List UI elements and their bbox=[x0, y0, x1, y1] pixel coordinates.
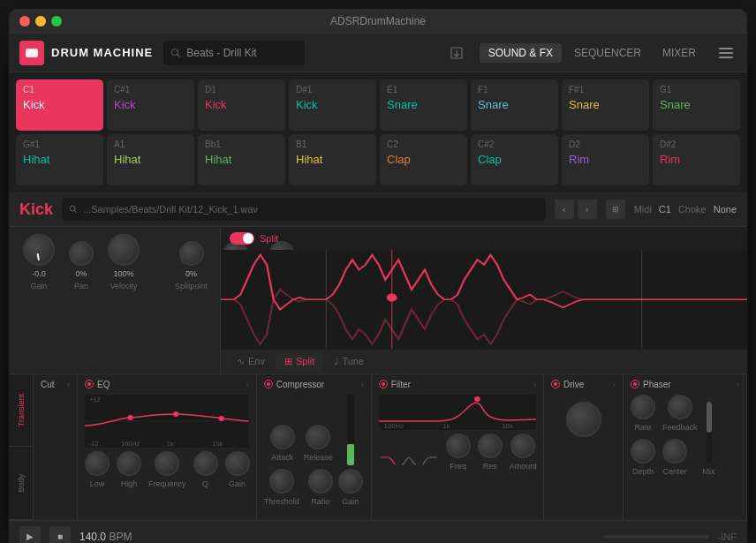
window-title: ADSRDrumMachine bbox=[330, 15, 426, 27]
pad-c2[interactable]: C2 Clap bbox=[380, 134, 467, 185]
eq-power-button[interactable] bbox=[85, 380, 94, 388]
volume-slider[interactable] bbox=[603, 535, 709, 539]
prev-file-button[interactable]: ‹ bbox=[555, 200, 574, 219]
tab-tune[interactable]: ♩ Tune bbox=[325, 353, 373, 370]
phaser-feedback-knob[interactable] bbox=[668, 395, 692, 419]
filter-res-knob[interactable] bbox=[478, 434, 503, 458]
tab-split[interactable]: ⊞ Split bbox=[276, 353, 323, 370]
compressor-chevron[interactable]: › bbox=[361, 381, 364, 388]
transient-tab[interactable]: Transient bbox=[9, 374, 33, 448]
phaser-chevron[interactable]: ‹ bbox=[737, 381, 739, 388]
next-file-button[interactable]: › bbox=[578, 200, 597, 219]
expand-button[interactable]: ⊞ bbox=[606, 200, 625, 219]
splitpoint-knob[interactable] bbox=[179, 241, 204, 266]
svg-text:1k: 1k bbox=[442, 422, 450, 430]
filter-freq-knob[interactable] bbox=[446, 434, 471, 458]
pad-name-e1: Snare bbox=[387, 98, 460, 111]
logo-text: DRUM MACHINE bbox=[51, 46, 153, 59]
search-bar[interactable]: Beats - Drill Kit bbox=[163, 41, 305, 65]
hamburger-menu[interactable] bbox=[715, 44, 737, 62]
pad-note-gs1: G#1 bbox=[23, 140, 96, 149]
filter-bandpass-icon[interactable] bbox=[400, 455, 418, 467]
phaser-rate-knob[interactable] bbox=[631, 395, 655, 419]
filter-display: 100Hz 1k 10k bbox=[379, 395, 536, 430]
velocity-main-knob[interactable] bbox=[108, 234, 140, 266]
filter-lowpass-icon[interactable] bbox=[379, 455, 397, 467]
pad-note-f1: F1 bbox=[478, 85, 551, 94]
pad-bb1[interactable]: Bb1 Hihat bbox=[198, 134, 285, 185]
filter-amount-knob[interactable] bbox=[510, 434, 535, 458]
pad-g1[interactable]: G1 Snare bbox=[653, 79, 740, 131]
titlebar: ADSRDrumMachine bbox=[9, 9, 747, 34]
phaser-label: Phaser bbox=[643, 380, 671, 389]
phaser-center-knob[interactable] bbox=[662, 439, 687, 464]
pad-ds2[interactable]: D#2 Rim bbox=[653, 134, 740, 185]
close-button[interactable] bbox=[19, 16, 30, 26]
tab-sequencer[interactable]: SEQUENCER bbox=[565, 43, 650, 63]
filter-highpass-icon[interactable] bbox=[421, 455, 439, 467]
pad-cs2[interactable]: C#2 Clap bbox=[471, 134, 558, 185]
gain-knob[interactable] bbox=[23, 234, 55, 266]
compressor-module: Compressor › Attack bbox=[257, 374, 372, 521]
drive-knob[interactable] bbox=[566, 402, 601, 437]
svg-line-6 bbox=[74, 210, 77, 213]
eq-title: EQ bbox=[85, 380, 110, 389]
filter-chevron[interactable]: › bbox=[533, 381, 536, 388]
tab-sound-fx[interactable]: SOUND & FX bbox=[480, 43, 562, 63]
pad-b1[interactable]: B1 Hihat bbox=[289, 134, 376, 185]
save-icon[interactable] bbox=[444, 41, 469, 65]
pan-knob[interactable] bbox=[69, 241, 94, 266]
pad-f1[interactable]: F1 Snare bbox=[471, 79, 558, 131]
pad-name-ds2: Rim bbox=[660, 153, 733, 166]
app-header: DRUM MACHINE Beats - Drill Kit SOUND & F… bbox=[9, 34, 747, 72]
pad-ds1[interactable]: D#1 Kick bbox=[289, 79, 376, 131]
eq-high-knob[interactable] bbox=[117, 451, 141, 476]
pad-e1[interactable]: E1 Snare bbox=[380, 79, 467, 131]
body-tab[interactable]: Body bbox=[9, 447, 33, 520]
threshold-knob[interactable] bbox=[269, 469, 294, 494]
pad-note-g1: G1 bbox=[660, 85, 733, 94]
file-search[interactable]: ...Samples/Beats/Drill Kit/12_Kick_1.wav bbox=[62, 198, 546, 221]
pad-c1[interactable]: C1 Kick bbox=[16, 79, 103, 131]
nav-tabs: SOUND & FX SEQUENCER MIXER bbox=[480, 43, 705, 63]
ratio-knob[interactable] bbox=[308, 469, 333, 494]
svg-point-19 bbox=[219, 416, 224, 421]
pad-d2[interactable]: D2 Rim bbox=[562, 134, 649, 185]
stop-button[interactable]: ■ bbox=[49, 526, 71, 544]
tab-env[interactable]: ∿ Env bbox=[228, 353, 274, 370]
filter-power-button[interactable] bbox=[379, 380, 388, 388]
eq-chevron[interactable]: › bbox=[246, 381, 249, 388]
play-button[interactable]: ▶ bbox=[19, 526, 41, 544]
tab-mixer[interactable]: MIXER bbox=[654, 43, 705, 63]
gain-value: -0.0 bbox=[32, 269, 46, 278]
pad-gs1[interactable]: G#1 Hihat bbox=[16, 134, 103, 185]
phaser-module: Phaser ‹ Rate bbox=[624, 374, 747, 521]
drive-chevron[interactable]: › bbox=[613, 381, 616, 388]
eq-freq-label: Frequency bbox=[148, 479, 186, 488]
filter-freq-label: Freq bbox=[450, 462, 466, 471]
eq-q-knob[interactable] bbox=[193, 451, 218, 476]
pad-d1[interactable]: D1 Kick bbox=[198, 79, 285, 131]
maximize-button[interactable] bbox=[51, 16, 62, 26]
split-toggle[interactable] bbox=[230, 232, 254, 245]
pad-name-f1: Snare bbox=[478, 98, 551, 111]
pad-a1[interactable]: A1 Hihat bbox=[107, 134, 194, 185]
pad-cs1[interactable]: C#1 Kick bbox=[107, 79, 194, 131]
comp-gain-knob[interactable] bbox=[338, 469, 363, 494]
attack-knob[interactable] bbox=[270, 425, 295, 449]
drive-power-button[interactable] bbox=[551, 380, 560, 388]
eq-gain-knob[interactable] bbox=[225, 451, 250, 476]
phaser-power-button[interactable] bbox=[631, 380, 639, 388]
filter-knobs: Freq Res Amount bbox=[379, 434, 536, 471]
midi-value: C1 bbox=[659, 204, 671, 215]
release-knob[interactable] bbox=[306, 425, 330, 449]
eq-low-knob[interactable] bbox=[85, 451, 110, 476]
cut-chevron[interactable]: ‹ bbox=[67, 381, 70, 388]
app-logo: DRUM MACHINE bbox=[19, 41, 153, 65]
cut-title: Cut bbox=[41, 380, 55, 389]
eq-freq-knob[interactable] bbox=[155, 451, 179, 476]
pad-fs1[interactable]: F#1 Snare bbox=[562, 79, 649, 131]
phaser-depth-knob[interactable] bbox=[631, 439, 655, 464]
minimize-button[interactable] bbox=[35, 16, 46, 26]
compressor-power-button[interactable] bbox=[264, 380, 273, 388]
